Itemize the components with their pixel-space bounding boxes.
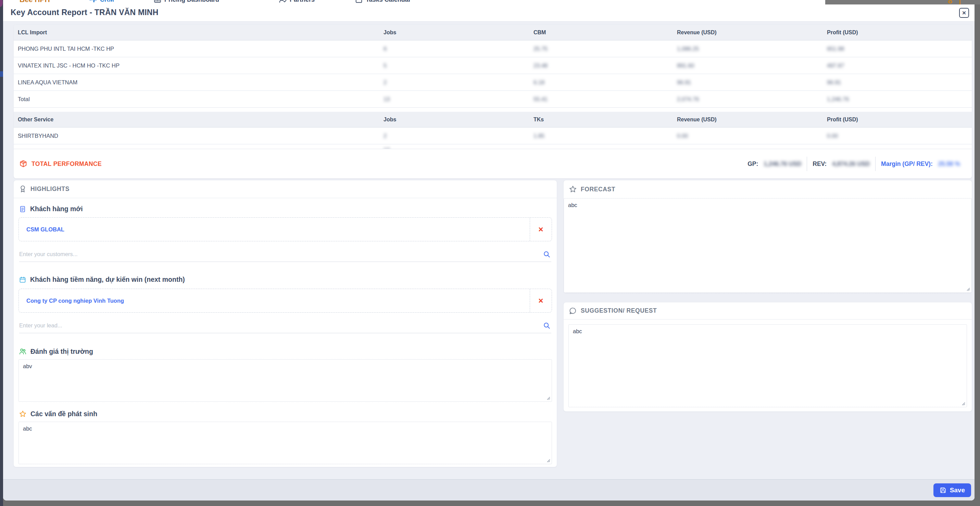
screen: Bee HPH CRM Pricing Dashboard Partners T… [0,0,980,506]
background-badge-sliver: 8 | [948,0,963,5]
highlights-card: HIGHLIGHTS Khách hàng mới CSM GLOBAL ✕ K… [13,180,557,467]
issues-textarea[interactable]: abc [19,422,552,464]
blurred-value: 6 [383,46,387,52]
blurred-value: 497.87 [827,62,844,69]
blurred-value: 96.91 [677,79,691,86]
calendar-icon [19,276,26,283]
lead-search-row [19,318,551,333]
suggestion-field: abc [568,324,967,407]
search-icon[interactable] [543,322,550,329]
modal-footer: Save [3,479,975,501]
background-accent-sliver [0,71,3,77]
nav-item-crm[interactable]: CRM [89,0,114,5]
customer-name: SHIRTBYHAND [18,132,58,139]
nav-item-pricing-dashboard[interactable]: Pricing Dashboard [154,0,219,5]
column-header: Profit (USD) [827,117,858,123]
rev-label: REV: [813,160,827,168]
close-button[interactable]: ✕ [959,8,969,18]
nav-label: CRM [100,0,114,3]
market-review-title: Đánh giá thị trường [19,348,93,356]
blurred-value: 1,086.25 [677,46,699,52]
chat-bubble-icon [569,307,577,315]
file-text-icon [19,206,26,212]
modal-title: Key Account Report - TRẦN VĂN MINH [11,8,158,17]
gp-value-blurred: 1,246.76 USD [764,160,801,168]
table-row-clipped: 12 [14,144,972,149]
blurred-value: 5 [383,62,387,69]
blurred-value: 2 [383,132,387,139]
column-header: Profit (USD) [827,29,858,36]
total-performance-row: TOTAL PERFORMANCE GP: 1,246.76 USD REV: … [14,149,972,179]
nav-item-tasks-calendar[interactable]: Tasks Calendar [355,0,411,5]
column-header: Other Service [18,117,53,123]
highlights-header: HIGHLIGHTS [14,180,557,198]
users-icon [19,348,26,355]
forecast-title: FORECAST [581,186,615,193]
leads-title: Khách hàng tiềm năng, dự kiến win (next … [19,276,185,284]
star-icon [19,410,26,418]
suggestion-card: SUGGESTION/ REQUEST abc [563,302,972,412]
blurred-value: 96.91 [827,79,841,86]
star-icon [569,185,577,193]
forecast-textarea[interactable]: abc [564,198,972,293]
rev-value-blurred: 4,874.26 USD [832,160,870,168]
column-header: Jobs [383,29,396,36]
save-button[interactable]: Save [934,484,971,497]
blurred-value: 6.18 [533,79,544,86]
section-title: Các vấn đề phát sinh [30,410,97,418]
blurred-value: 651.98 [827,46,844,52]
lead-search-input[interactable] [19,318,551,333]
table-row: LINEA AQUA VIETNAM 2 6.18 96.91 96.91 [14,74,972,91]
blurred-value: 2,074.76 [677,96,699,102]
brand-logo[interactable]: Bee HPH [19,0,50,5]
customer-name: LINEA AQUA VIETNAM [18,79,77,86]
blurred-value: 1,246.76 [827,96,849,102]
forecast-header: FORECAST [564,180,972,198]
customer-name: VINATEX INTL JSC - HCM HO -TKC HP [18,62,119,69]
customer-search-input[interactable] [19,247,551,262]
suggestion-textarea[interactable]: abc [568,324,967,407]
brand-label: Bee HPH [19,0,50,4]
customer-chip-row: CSM GLOBAL ✕ [19,217,552,241]
search-icon[interactable] [543,251,550,258]
nav-item-partners[interactable]: Partners [279,0,315,5]
remove-lead-button[interactable]: ✕ [530,289,552,312]
blurred-value: 0.00 [677,132,688,139]
column-header: Revenue (USD) [677,29,717,36]
blurred-value: 1.85 [533,132,544,139]
lead-chip[interactable]: Cong ty CP cong nghiep Vinh Tuong [19,289,530,312]
column-header: Jobs [383,117,396,123]
key-account-report-modal: Key Account Report - TRẦN VĂN MINH ✕ LCL… [3,5,975,501]
table-total-row: Total 13 55.41 2,074.76 1,246.76 [14,91,972,108]
section-title: Khách hàng tiềm năng, dự kiến win (next … [30,276,185,284]
total-label: Total [18,96,30,102]
gp-label: GP: [748,160,758,168]
backdrop-top-right: 8 | [825,0,980,5]
performance-tables-card: LCL Import Jobs CBM Revenue (USD) Profit… [13,24,972,179]
blurred-value: 12 [383,147,390,150]
blurred-value: 2 [383,79,387,86]
blurred-value: 891.60 [677,62,694,69]
nav-label: Partners [290,0,315,3]
highlights-title: HIGHLIGHTS [30,185,70,193]
remove-icon: ✕ [538,297,544,305]
table-row: PHONG PHU INTL TAI HCM -TKC HP 6 25.75 1… [14,40,972,57]
bar-chart-icon [154,0,161,3]
column-header: LCL Import [18,29,47,36]
customer-name: PHONG PHU INTL TAI HCM -TKC HP [18,46,114,52]
person-check-icon [279,0,286,3]
column-header: Revenue (USD) [677,117,717,123]
background-logo-sliver [0,0,3,7]
market-review-field: abv [19,359,552,402]
table-row: SHIRTBYHAND 2 1.85 0.00 0.00 [14,128,972,144]
blurred-value: 13 [383,96,390,102]
suggestion-header: SUGGESTION/ REQUEST [564,302,972,319]
background-page-left-edge [0,0,3,506]
section-title: Đánh giá thị trường [30,348,93,356]
market-review-textarea[interactable]: abv [19,359,552,402]
remove-customer-button[interactable]: ✕ [530,218,552,241]
column-header: TKs [533,117,544,123]
customer-chip[interactable]: CSM GLOBAL [19,218,530,241]
activity-icon [89,0,97,3]
section-title: Khách hàng mới [30,205,83,213]
